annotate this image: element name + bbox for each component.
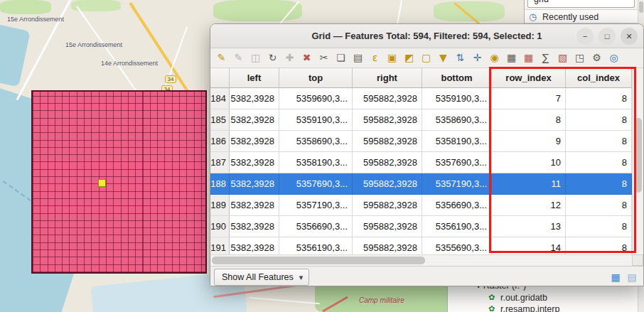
cell-right[interactable]: 595882,3928 bbox=[353, 88, 422, 109]
reload-icon[interactable]: ↻ bbox=[265, 50, 280, 65]
dialog-bottom-bar: Show All Features ▾ ▦ ▤ bbox=[210, 266, 643, 286]
feature-filter-button[interactable]: Show All Features ▾ bbox=[214, 269, 309, 286]
clock-icon: ◷ bbox=[529, 11, 537, 22]
processing-toolbox-panel: grid ◷ Recently used bbox=[524, 0, 644, 23]
cell-right[interactable]: 595882,3928 bbox=[353, 237, 422, 254]
row-number[interactable]: 185 bbox=[210, 109, 230, 131]
row-number[interactable]: 186 bbox=[210, 131, 230, 152]
multi-edit-icon[interactable]: ✎ bbox=[231, 50, 246, 65]
toolbox-group-clipped[interactable]: ▾ Raster (r.*) bbox=[448, 286, 637, 291]
road bbox=[76, 6, 139, 94]
maximize-button[interactable]: □ bbox=[599, 28, 616, 45]
toolbox-scrollbar[interactable] bbox=[638, 286, 644, 312]
select-by-expression-icon[interactable]: ε bbox=[367, 50, 382, 65]
cell-right[interactable]: 595882,3928 bbox=[353, 216, 422, 237]
zoom-full-icon[interactable]: ◎ bbox=[606, 50, 621, 65]
conditional-formatting-icon[interactable]: ▧ bbox=[555, 50, 570, 65]
cell-bottom[interactable]: 5356690,3... bbox=[422, 195, 492, 216]
row-number[interactable]: 189 bbox=[210, 195, 230, 216]
cell-right[interactable]: 595882,3928 bbox=[353, 131, 422, 152]
toolbox-scrollbar[interactable] bbox=[638, 0, 644, 23]
column-header-bottom[interactable]: bottom bbox=[422, 68, 492, 88]
cell-top[interactable]: 5357190,3... bbox=[279, 195, 353, 216]
actions-icon[interactable]: ⚙ bbox=[589, 50, 604, 65]
deselect-all-icon[interactable]: ▢ bbox=[419, 50, 434, 65]
toolbox-item-label: r.out.gridatb bbox=[500, 293, 547, 303]
cell-top[interactable]: 5358190,3... bbox=[279, 152, 353, 173]
column-header-left[interactable]: left bbox=[230, 68, 279, 88]
cut-features-icon[interactable]: ✂ bbox=[316, 50, 331, 65]
delete-selected-icon[interactable]: ✖ bbox=[299, 50, 314, 65]
cell-right[interactable]: 595882,3928 bbox=[353, 195, 422, 216]
corner-header[interactable] bbox=[210, 68, 230, 88]
filter-form-icon[interactable]: ▼ bbox=[436, 50, 451, 65]
paste-features-icon[interactable]: ▤ bbox=[350, 50, 365, 65]
close-button[interactable]: ✕ bbox=[621, 28, 638, 45]
invert-selection-icon[interactable]: ◩ bbox=[402, 50, 417, 65]
dock-table-icon[interactable]: ◳ bbox=[572, 50, 587, 65]
cell-left[interactable]: 5382,3928 bbox=[230, 152, 279, 173]
cell-left[interactable]: 5382,3928 bbox=[230, 237, 279, 254]
cell-right[interactable]: 595882,3928 bbox=[353, 173, 422, 195]
cell-left[interactable]: 5382,3928 bbox=[230, 88, 279, 109]
field-calculator-icon[interactable]: ∑ bbox=[538, 50, 553, 65]
toggle-editing-icon[interactable]: ✎ bbox=[214, 50, 229, 65]
chevron-down-icon: ▾ bbox=[299, 269, 304, 285]
row-number[interactable]: 190 bbox=[210, 216, 230, 237]
cell-left[interactable]: 5382,3928 bbox=[230, 216, 279, 237]
scrollbar-corner bbox=[632, 254, 643, 266]
cell-top[interactable]: 5359690,3... bbox=[279, 88, 353, 109]
cell-top[interactable]: 5356190,3... bbox=[279, 237, 353, 254]
select-all-icon[interactable]: ▣ bbox=[385, 50, 399, 65]
cell-left[interactable]: 5382,3928 bbox=[230, 109, 279, 131]
row-number[interactable]: 184 bbox=[210, 88, 230, 109]
row-number[interactable]: 191 bbox=[210, 237, 230, 254]
search-input[interactable]: grid bbox=[527, 0, 635, 8]
column-header-top[interactable]: top bbox=[279, 68, 353, 88]
cell-bottom[interactable]: 5355690,3... bbox=[422, 237, 492, 254]
scrollbar-thumb[interactable] bbox=[212, 257, 425, 264]
scrollbar-thumb[interactable] bbox=[639, 1, 643, 13]
cell-top[interactable]: 5358690,3... bbox=[279, 131, 353, 152]
road bbox=[249, 297, 320, 305]
copy-features-icon[interactable]: ❏ bbox=[333, 50, 348, 65]
minimize-button[interactable]: − bbox=[576, 28, 594, 45]
cell-top[interactable]: 5356690,3... bbox=[279, 216, 353, 237]
park-area bbox=[0, 0, 51, 14]
pan-to-selection-icon[interactable]: ✛ bbox=[470, 50, 485, 65]
cell-left[interactable]: 5382,3928 bbox=[230, 173, 279, 195]
cell-top[interactable]: 5357690,3... bbox=[279, 173, 353, 195]
horizontal-scrollbar[interactable] bbox=[210, 254, 632, 266]
toolbox-item-label: r.resamp.interp bbox=[500, 304, 559, 312]
cell-bottom[interactable]: 5356190,3... bbox=[422, 216, 492, 237]
pond-water bbox=[0, 24, 31, 87]
cell-bottom[interactable]: 5359190,3... bbox=[422, 88, 492, 109]
delete-field-icon[interactable]: ▦ bbox=[521, 50, 536, 65]
cell-right[interactable]: 595882,3928 bbox=[353, 152, 422, 173]
cell-bottom[interactable]: 5358690,3... bbox=[422, 109, 492, 131]
district-label: 14e Arrondissement bbox=[101, 60, 158, 67]
cell-bottom[interactable]: 5357190,3... bbox=[422, 173, 492, 195]
add-feature-icon[interactable]: ✚ bbox=[282, 50, 297, 65]
toolbox-item[interactable]: ✿ r.resamp.interp bbox=[448, 303, 637, 312]
row-number[interactable]: 188 bbox=[210, 173, 230, 195]
table-view-icon[interactable]: ▦ bbox=[609, 271, 622, 284]
cell-left[interactable]: 5382,3928 bbox=[230, 131, 279, 152]
dialog-titlebar[interactable]: Grid — Features Total: 594, Filtered: 59… bbox=[210, 24, 643, 48]
column-header-right[interactable]: right bbox=[353, 68, 422, 88]
cell-bottom[interactable]: 5358190,3... bbox=[422, 131, 492, 152]
park-area bbox=[434, 1, 505, 21]
cell-right[interactable]: 595882,3928 bbox=[353, 109, 422, 131]
row-number[interactable]: 187 bbox=[210, 152, 230, 173]
save-edits-icon[interactable]: ◫ bbox=[248, 50, 263, 65]
cell-left[interactable]: 5382,3928 bbox=[230, 195, 279, 216]
cell-top[interactable]: 5359190,3... bbox=[279, 109, 353, 131]
cell-bottom[interactable]: 5357690,3... bbox=[422, 152, 492, 173]
zoom-to-selection-icon[interactable]: ◉ bbox=[487, 50, 502, 65]
form-view-icon[interactable]: ▤ bbox=[626, 271, 638, 284]
move-selection-top-icon[interactable]: ⇅ bbox=[453, 50, 468, 65]
toolbox-recently-used[interactable]: ◷ Recently used bbox=[525, 9, 638, 23]
toolbox-item[interactable]: ✿ r.out.gridatb bbox=[448, 292, 637, 303]
new-field-icon[interactable]: ▦ bbox=[504, 50, 519, 65]
vector-grid-layer bbox=[31, 90, 207, 274]
